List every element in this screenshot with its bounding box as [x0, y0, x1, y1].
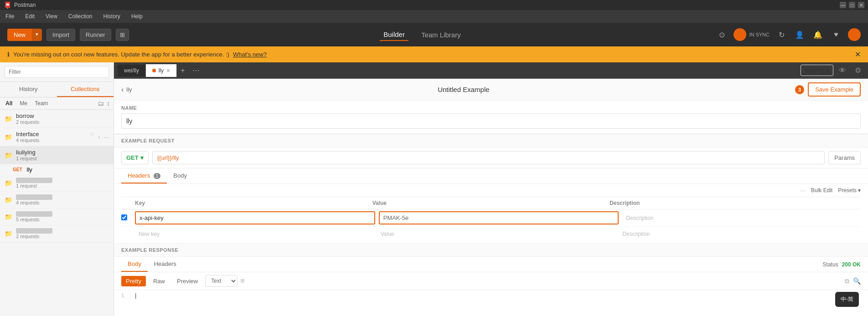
sub-item-name: lly — [27, 166, 32, 173]
collection-interface[interactable]: 📁 Interface ☆ 4 requests › ··· — [0, 128, 114, 146]
tab-team-library[interactable]: Team Library — [418, 29, 465, 41]
response-tab-body[interactable]: Body — [121, 257, 148, 272]
collection-unnamed-4[interactable]: 📁 2 requests — [0, 225, 114, 242]
wrap-icon[interactable]: ≡ — [240, 277, 244, 285]
collection-unnamed-3[interactable]: 📁 5 requests — [0, 209, 114, 225]
response-status: Status 200 OK — [823, 258, 861, 271]
sort-icon[interactable]: ↕ — [107, 100, 110, 107]
avatar[interactable] — [848, 28, 861, 41]
tab-wei-lly[interactable]: wei/lly — [118, 65, 146, 76]
collection-unnamed-3-name — [16, 211, 52, 217]
example-request-label: EXAMPLE REQUEST — [114, 134, 868, 148]
header-checkbox-1[interactable] — [121, 214, 135, 222]
star-icon[interactable]: ☆ — [89, 131, 94, 138]
collection-borrow-name: borrow — [16, 112, 39, 119]
menu-help[interactable]: Help — [129, 12, 145, 20]
floating-text: 中◦简 — [841, 296, 853, 303]
import-button[interactable]: Import — [46, 29, 75, 41]
eye-icon[interactable]: 👁 — [836, 64, 849, 77]
back-arrow[interactable]: ‹ — [121, 86, 124, 94]
more-icon[interactable]: ··· — [103, 133, 109, 141]
sync-badge: IN SYNC — [734, 28, 770, 41]
collection-unnamed-1[interactable]: 📁 1 request — [0, 175, 114, 192]
interceptor-icon[interactable]: ⊙ — [715, 28, 728, 41]
new-button-main[interactable]: New — [7, 29, 32, 41]
pretty-tab-preview[interactable]: Preview — [172, 276, 202, 286]
heart-icon[interactable]: ♥ — [830, 28, 842, 41]
sidebar-search-input[interactable] — [5, 66, 109, 78]
header-value-input-1[interactable] — [379, 211, 619, 224]
tab-menu-icon[interactable]: ⋯ — [189, 66, 203, 75]
main-layout: History Collections All Me Team 🗂 ↕ 📁 bo… — [0, 62, 868, 316]
collection-unnamed-2[interactable]: 📁 4 requests — [0, 192, 114, 209]
folder-icon-6: 📁 — [5, 213, 12, 220]
title-bar: 📮 Postman — □ ✕ — [0, 0, 868, 10]
sidebar-tabs: History Collections — [0, 82, 114, 97]
close-button[interactable]: ✕ — [858, 2, 864, 8]
tab-body[interactable]: Body — [167, 168, 193, 183]
url-bar: GET ▾ Params — [114, 148, 868, 168]
pretty-tab-raw[interactable]: Raw — [149, 276, 170, 286]
filter-tab-me[interactable]: Me — [18, 99, 29, 107]
method-chevron-icon: ▾ — [140, 154, 144, 161]
new-key-placeholder[interactable]: New key — [135, 229, 377, 240]
sidebar-tab-history[interactable]: History — [0, 82, 57, 97]
menu-bar: File Edit View Collection History Help — [0, 10, 868, 23]
params-button[interactable]: Params — [828, 151, 861, 164]
breadcrumb-bar: ‹ lly Untitled Example 3 Save Example — [114, 79, 868, 101]
filter-tab-all[interactable]: All — [4, 99, 14, 107]
sync-label: IN SYNC — [749, 32, 770, 37]
new-button-arrow[interactable]: ▾ — [32, 29, 42, 41]
method-select[interactable]: GET ▾ — [121, 151, 149, 164]
runner-button[interactable]: Runner — [80, 29, 111, 41]
menu-view[interactable]: View — [44, 12, 59, 20]
settings-icon[interactable]: ⚙ — [852, 64, 864, 77]
bulk-edit-button[interactable]: Bulk Edit — [811, 187, 832, 194]
maximize-button[interactable]: □ — [849, 2, 855, 8]
header-row-1: Description — [121, 209, 861, 227]
name-input[interactable] — [121, 113, 861, 129]
copy-icon[interactable]: ⧉ — [845, 277, 849, 285]
save-example-button[interactable]: Save Example — [808, 82, 861, 97]
tab-headers[interactable]: Headers 1 — [121, 168, 167, 183]
sub-item-lly[interactable]: GET lly — [0, 164, 114, 175]
menu-collection[interactable]: Collection — [67, 12, 94, 20]
monitor-button[interactable]: ⊞ — [116, 29, 129, 41]
workspace-selector[interactable]: liuliying ▾ — [801, 65, 833, 76]
breadcrumb-title: Untitled Example — [132, 86, 796, 93]
collection-liuliying[interactable]: 📁 liuliying 1 request — [0, 146, 114, 164]
tab-add-icon[interactable]: + — [177, 66, 188, 75]
search-response-icon[interactable]: 🔍 — [853, 277, 861, 285]
tab-close-icon[interactable]: × — [166, 67, 170, 74]
url-input[interactable] — [152, 151, 825, 164]
toolbar: New ▾ Import Runner ⊞ Builder Team Libra… — [0, 23, 868, 46]
response-tab-headers[interactable]: Headers — [148, 257, 183, 272]
folder-icon: 📁 — [5, 115, 12, 122]
menu-edit[interactable]: Edit — [23, 12, 36, 20]
tab-builder[interactable]: Builder — [380, 29, 408, 41]
whats-new-link[interactable]: What's new? — [233, 51, 267, 58]
sidebar-tab-collections[interactable]: Collections — [57, 82, 114, 97]
floating-widget[interactable]: 中◦简 — [835, 292, 859, 307]
notification-close[interactable]: ✕ — [855, 50, 861, 59]
pretty-tab-pretty[interactable]: Pretty — [121, 276, 146, 286]
sidebar-toolbar: All Me Team 🗂 ↕ — [0, 97, 114, 110]
filter-tab-team[interactable]: Team — [33, 99, 50, 107]
user-icon[interactable]: 👤 — [793, 28, 806, 41]
format-select[interactable]: Text JSON HTML XML — [205, 275, 238, 287]
folder-icon-3: 📁 — [5, 152, 12, 159]
presets-button[interactable]: Presets ▾ — [838, 187, 861, 194]
line-number-1: 1 — [121, 292, 135, 299]
three-dots-icon[interactable]: ··· — [800, 187, 806, 194]
header-key-input-1[interactable] — [135, 211, 375, 224]
menu-history[interactable]: History — [102, 12, 122, 20]
add-folder-icon[interactable]: 🗂 — [98, 100, 104, 107]
collection-borrow[interactable]: 📁 borrow 2 requests — [0, 110, 114, 128]
bell-icon[interactable]: 🔔 — [811, 28, 824, 41]
minimize-button[interactable]: — — [840, 2, 846, 8]
refresh-icon[interactable]: ↻ — [775, 28, 788, 41]
presets-arrow-icon: ▾ — [858, 187, 861, 194]
breadcrumb-path: lly — [126, 86, 132, 93]
menu-file[interactable]: File — [4, 12, 16, 20]
tab-lly[interactable]: lly × — [146, 64, 177, 77]
